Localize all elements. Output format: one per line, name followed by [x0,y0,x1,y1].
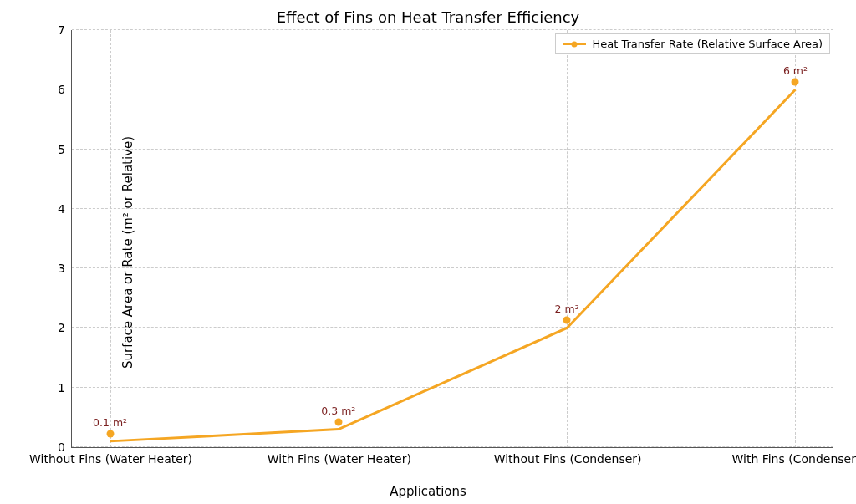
data-annotation: 0.1 m² [93,416,127,429]
legend: Heat Transfer Rate (Relative Surface Are… [555,33,830,54]
legend-marker-icon [563,40,586,48]
legend-label: Heat Transfer Rate (Relative Surface Are… [592,38,823,50]
data-point [792,79,799,86]
plot-area: Heat Transfer Rate (Relative Surface Are… [71,30,833,448]
ytick-label: 4 [58,202,65,216]
x-axis-label: Applications [0,484,856,499]
ytick-label: 5 [58,143,65,156]
xtick-label: With Fins (Condenser) [731,452,856,466]
ytick-label: 3 [58,262,65,275]
ytick-label: 1 [58,381,65,395]
chart-title: Effect of Fins on Heat Transfer Efficien… [0,8,856,26]
series-line [72,30,833,447]
ytick-label: 2 [58,321,65,334]
ytick-label: 7 [58,23,65,37]
chart-container: Effect of Fins on Heat Transfer Efficien… [0,0,856,504]
data-point [334,418,342,425]
data-point [106,430,114,437]
data-point [563,317,571,324]
xtick-label: Without Fins (Water Heater) [29,452,192,466]
ytick-label: 6 [58,83,65,96]
data-annotation: 2 m² [555,303,579,315]
data-annotation: 0.3 m² [321,405,355,417]
data-annotation: 6 m² [783,64,808,77]
xtick-label: Without Fins (Condenser) [494,452,642,466]
xtick-label: With Fins (Water Heater) [268,452,411,466]
